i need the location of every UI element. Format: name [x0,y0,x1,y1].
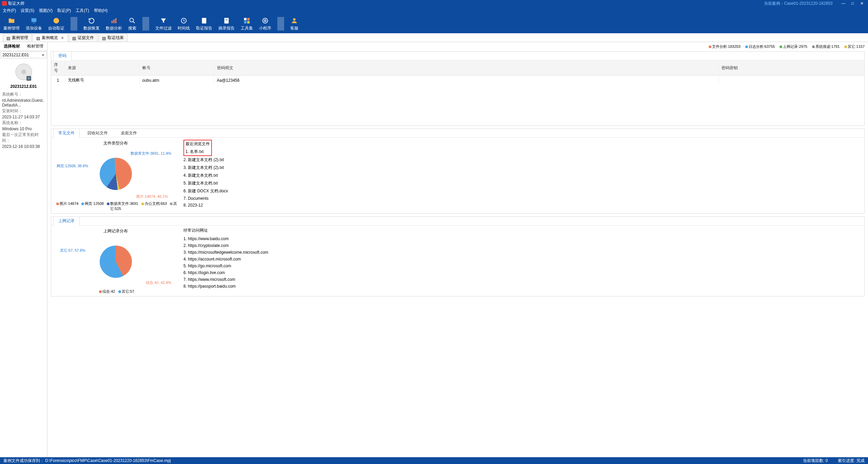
stats-row: 文件分析:183203 日志分析:63755 上网记录:2975 系统痕迹:17… [51,44,865,49]
filter-icon [159,17,167,25]
doc-icon: ▤ [6,36,11,40]
tool-excerpt-report[interactable]: 摘录报告 [218,17,235,31]
app-logo-icon [2,1,7,6]
report-icon [200,17,208,25]
file-tab-desktop[interactable]: 桌面文件 [116,129,142,137]
doc-icon: ▤ [36,36,40,40]
password-table: 序号 来源 帐号 密码明文 密码密钥 1 无线帐号 oubu.atm Aa@12… [51,60,864,85]
recent-files: 最近浏览文件 1. 名单.txt 2. 新建文本文档 (2).txt 3. 新建… [180,138,864,213]
tool-add-device[interactable]: 添加设备 [26,17,42,31]
current-case: 当前案例：Case01-20231220-162653 [764,1,833,6]
svg-point-17 [264,20,266,22]
list-item[interactable]: 2. 新建文本文档 (2).txt [183,156,861,164]
svg-rect-14 [244,21,246,23]
support-icon [290,17,298,25]
svg-rect-0 [32,18,37,22]
svg-point-2 [54,18,59,23]
list-item[interactable]: 8. https://passport.baidu.com [183,283,861,290]
svg-rect-3 [112,21,113,23]
close-button[interactable]: ✕ [858,1,866,6]
list-item[interactable]: 1. https://www.baidu.com [183,235,861,242]
svg-point-18 [293,18,295,20]
list-item[interactable]: 6. https://login.live.com [183,269,861,276]
password-panel: 密码 序号 来源 帐号 密码明文 密码密钥 1 无线帐号 oubu.atm Aa… [51,51,865,126]
net-chart: 上网记录分布 其它:57, 57.6% 综合:42, 42.4% 综合:42 其… [51,226,180,296]
chevron-down-icon: ▼ [41,53,45,57]
tool-search[interactable]: 搜索 [128,17,136,31]
sidebar-tab-manage[interactable]: 检材管理 [24,42,47,51]
tab-evidence-files[interactable]: ▤证据文件 [68,34,98,42]
miniapp-icon [261,17,269,25]
tool-file-filter[interactable]: 文件过滤 [155,17,172,31]
menu-forensics[interactable]: 取证(P) [57,8,71,14]
menu-tools[interactable]: 工具(T) [76,8,89,14]
sidebar-tab-select[interactable]: 选择检材 [0,42,24,51]
tool-data-recover[interactable]: 数据恢复 [83,17,100,31]
tool-toolbox[interactable]: 工具集 [241,17,253,31]
recover-icon [87,17,96,25]
tool-data-analysis[interactable]: 数据分析 [106,17,122,31]
file-tab-recycle[interactable]: 回收站文件 [83,129,113,137]
tab-case-overview[interactable]: ▤案例概览✕ [33,34,68,42]
list-item[interactable]: 4. https://account.microsoft.com [183,256,861,263]
svg-rect-15 [247,21,250,23]
minimize-button[interactable]: — [839,1,847,6]
svg-rect-13 [247,18,250,20]
maximize-button[interactable]: □ [849,1,857,6]
tool-timeline[interactable]: 时间线 [178,17,190,31]
svg-point-22 [28,77,30,79]
list-item[interactable]: 4. 新建文本文档.txt [183,172,861,179]
toolbox-icon [243,17,251,25]
sidebar: 选择检材 检材管理 20231212.E01▼ 20231212.E01 系统帐… [0,42,47,457]
analysis-icon [110,17,118,25]
list-item[interactable]: 3. https://microsoftedgewelcome.microsof… [183,249,861,256]
evidence-select[interactable]: 20231212.E01▼ [1,52,46,58]
titlebar: 取证大师 当前案例：Case01-20231220-162653 — □ ✕ [0,0,868,7]
doc-icon: ▤ [72,36,76,40]
menu-help[interactable]: 帮助(H) [94,8,108,14]
doc-tabs: ▤案例管理 ▤案例概览✕ ▤证据文件 ▤取证结果 [0,33,868,42]
svg-rect-11 [225,20,228,20]
net-tab[interactable]: 上网记录 [53,216,80,226]
search-icon [128,17,136,25]
list-item[interactable]: 7. https://www.microsoft.com [183,276,861,283]
system-info: 系统帐号： rd,Administrator,Guest,DefaultA...… [0,92,47,150]
tab-close-icon[interactable]: ✕ [61,36,64,40]
add-device-icon [30,17,38,25]
tool-miniapp[interactable]: 小程序 [259,17,271,31]
tool-support[interactable]: 客服 [290,17,298,31]
table-row[interactable]: 1 无线帐号 oubu.atm Aa@123456 [51,76,864,85]
doc-icon: ▤ [102,36,106,40]
menu-view[interactable]: 视图(V) [39,8,53,14]
list-item[interactable]: 5. 新建文本文档.txt [183,179,861,187]
disk-name: 20231212.E01 [0,84,47,89]
list-item[interactable]: 7. Documents [183,195,861,202]
net-panel: 上网记录 上网记录分布 其它:57, 57.6% 综合:42, 42.4% 综合… [51,216,865,296]
svg-rect-4 [113,19,115,23]
file-tab-common[interactable]: 常见文件 [53,129,80,138]
svg-rect-5 [115,18,117,23]
list-item[interactable]: 1. 名单.txt [185,149,210,155]
list-item[interactable]: 6. 新建 DOCX 文档.docx [183,187,861,195]
excerpt-icon [222,17,231,25]
svg-rect-12 [244,18,246,20]
svg-point-6 [130,18,134,22]
svg-rect-10 [225,19,228,19]
password-tab[interactable]: 密码 [53,51,72,60]
list-item[interactable]: 8. 2023-12 [183,202,861,209]
list-item[interactable]: 5. https://go.microsoft.com [183,263,861,269]
file-type-chart: 文件类型分布 数据库文件:3691, 11.4% 网页:12508, 38.8%… [51,138,180,213]
svg-rect-8 [202,18,206,23]
list-item[interactable]: 3. 新建文本文档 (2).txt [183,164,861,172]
frequent-sites: 经常访问网址 1. https://www.baidu.com 2. https… [180,226,864,296]
tab-case-manage[interactable]: ▤案例管理 [3,34,32,42]
menu-settings[interactable]: 设置(S) [21,8,34,14]
list-item[interactable]: 2. https://cryptoslate.com [183,242,861,249]
tab-forensics-result[interactable]: ▤取证结果 [98,34,127,42]
tool-report[interactable]: 取证报告 [196,17,212,31]
tool-auto-forensics[interactable]: 自动取证 [48,17,64,31]
app-title: 取证大师 [8,1,24,6]
highlight-box: 最近浏览文件 1. 名单.txt [183,140,212,156]
tool-case-manage[interactable]: 案例管理 [3,17,20,31]
menu-file[interactable]: 文件(F) [3,8,16,14]
